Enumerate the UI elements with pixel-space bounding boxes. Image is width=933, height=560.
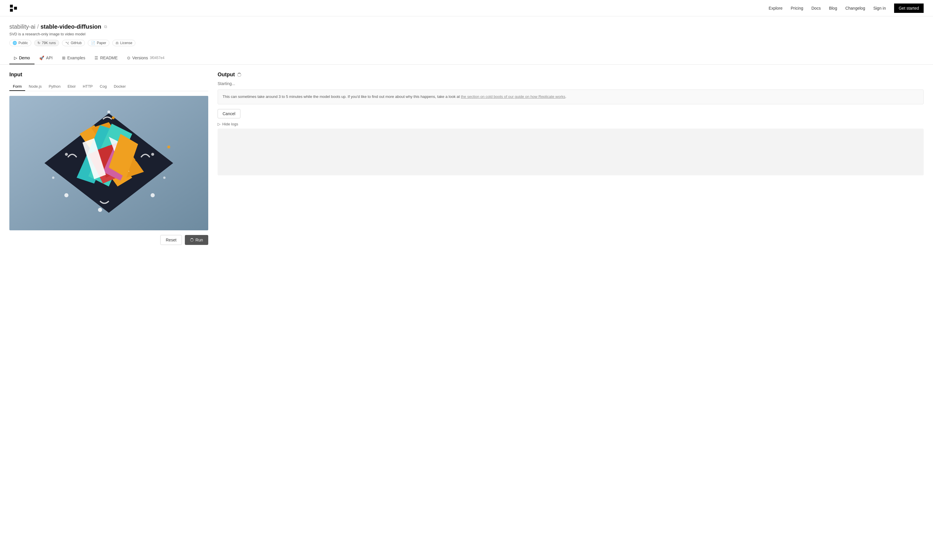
svg-point-19: [64, 193, 68, 197]
examples-icon: ⊞: [62, 55, 66, 60]
refresh-icon: ↻: [37, 41, 40, 45]
code-tab-http[interactable]: HTTP: [79, 82, 96, 91]
svg-point-20: [151, 193, 155, 197]
nav-signin[interactable]: Sign in: [873, 6, 886, 11]
nav-docs[interactable]: Docs: [811, 6, 821, 11]
svg-point-27: [112, 116, 115, 119]
tab-examples[interactable]: ⊞ Examples: [57, 52, 90, 64]
svg-rect-1: [10, 9, 13, 12]
logo[interactable]: [9, 4, 17, 12]
readme-icon: ☰: [94, 55, 98, 60]
tab-readme[interactable]: ☰ README: [90, 52, 122, 64]
github-icon: ⌥: [65, 41, 69, 45]
nav-blog[interactable]: Blog: [829, 6, 837, 11]
code-tab-docker[interactable]: Docker: [110, 82, 129, 91]
nav-pricing[interactable]: Pricing: [791, 6, 803, 11]
page-header: stability-ai / stable-video-diffusion ⧉ …: [0, 16, 933, 51]
output-starting-text: Starting...: [217, 81, 924, 86]
svg-point-21: [98, 208, 102, 212]
tab-api-label: API: [46, 55, 52, 60]
tab-examples-label: Examples: [67, 55, 85, 60]
navbar: Explore Pricing Docs Blog Changelog Sign…: [0, 0, 933, 16]
code-tab-nodejs[interactable]: Node.js: [25, 82, 45, 91]
model-name: stable-video-diffusion: [40, 23, 101, 30]
badges-row: 🌐 Public ↻ 79K runs ⌥ GitHub 📄 Paper ⚖ L…: [9, 40, 924, 46]
tab-demo[interactable]: ▷ Demo: [9, 52, 34, 64]
tab-versions[interactable]: ⊙ Versions 3f0457e4: [122, 52, 169, 64]
breadcrumb: stability-ai / stable-video-diffusion ⧉: [9, 23, 924, 30]
svg-point-25: [52, 177, 54, 179]
code-tab-form[interactable]: Form: [9, 82, 25, 91]
output-title: Output: [217, 72, 235, 78]
breadcrumb-separator: /: [37, 23, 39, 30]
badge-license[interactable]: ⚖ License: [112, 40, 136, 46]
badge-paper-label: Paper: [97, 41, 106, 45]
code-tab-cog[interactable]: Cog: [96, 82, 110, 91]
run-button[interactable]: Run: [185, 235, 208, 245]
chevron-right-icon: ▷: [217, 122, 221, 126]
svg-rect-2: [14, 7, 17, 10]
output-info-box: This can sometimes take around 3 to 5 mi…: [217, 89, 924, 105]
svg-rect-0: [10, 5, 13, 8]
svg-point-28: [167, 146, 170, 148]
output-panel: Output Starting... This can sometimes ta…: [217, 72, 924, 245]
nav-links: Explore Pricing Docs Blog Changelog Sign…: [769, 3, 924, 13]
globe-icon: 🌐: [12, 41, 17, 45]
tab-readme-label: README: [100, 55, 117, 60]
org-name[interactable]: stability-ai: [9, 23, 35, 30]
badge-github[interactable]: ⌥ GitHub: [62, 40, 85, 46]
tab-api[interactable]: 🚀 API: [34, 52, 57, 64]
doc-icon: 📄: [91, 41, 96, 45]
hide-logs-toggle[interactable]: ▷ Hide logs: [217, 122, 924, 126]
svg-point-26: [163, 177, 165, 179]
run-spinner: [190, 238, 194, 242]
badge-paper[interactable]: 📄 Paper: [88, 40, 109, 46]
input-panel: Input Form Node.js Python Elixir HTTP Co…: [9, 72, 208, 245]
cancel-button[interactable]: Cancel: [217, 109, 241, 118]
versions-icon: ⊙: [127, 55, 130, 60]
api-icon: 🚀: [39, 55, 44, 60]
play-icon: ▷: [14, 55, 17, 60]
code-tab-elixir[interactable]: Elixir: [64, 82, 79, 91]
model-description: SVD is a research-only image to video mo…: [9, 32, 924, 36]
nav-changelog[interactable]: Changelog: [845, 6, 865, 11]
main-tabs: ▷ Demo 🚀 API ⊞ Examples ☰ README ⊙ Versi…: [0, 52, 933, 65]
svg-point-24: [107, 111, 110, 114]
badge-runs[interactable]: ↻ 79K runs: [34, 40, 59, 46]
output-spinner: [237, 73, 241, 77]
hide-logs-label: Hide logs: [222, 122, 238, 126]
run-label: Run: [195, 238, 203, 242]
image-preview: [9, 96, 208, 230]
output-header: Output: [217, 72, 924, 78]
badge-runs-label: 79K runs: [42, 41, 56, 45]
badge-license-label: License: [120, 41, 132, 45]
badge-public[interactable]: 🌐 Public: [9, 40, 31, 46]
input-title: Input: [9, 72, 208, 78]
logs-area: [217, 129, 924, 175]
svg-point-22: [65, 153, 68, 156]
info-text: This can sometimes take around 3 to 5 mi…: [222, 94, 460, 99]
copy-icon[interactable]: ⧉: [104, 24, 107, 29]
badge-github-label: GitHub: [71, 41, 82, 45]
badge-public-label: Public: [19, 41, 28, 45]
code-tabs: Form Node.js Python Elixir HTTP Cog Dock…: [9, 82, 208, 91]
get-started-button[interactable]: Get started: [894, 3, 924, 13]
version-hash: 3f0457e4: [150, 56, 164, 60]
info-link[interactable]: the section on cold boots of our guide o…: [461, 94, 565, 99]
tab-versions-label: Versions: [132, 55, 148, 60]
nav-explore[interactable]: Explore: [769, 6, 782, 11]
reset-button[interactable]: Reset: [160, 235, 182, 245]
form-actions: Reset Run: [9, 235, 208, 245]
shield-icon: ⚖: [116, 41, 119, 45]
main-content: Input Form Node.js Python Elixir HTTP Co…: [0, 65, 933, 252]
code-tab-python[interactable]: Python: [45, 82, 64, 91]
tab-demo-label: Demo: [19, 55, 30, 60]
svg-point-23: [151, 153, 154, 156]
